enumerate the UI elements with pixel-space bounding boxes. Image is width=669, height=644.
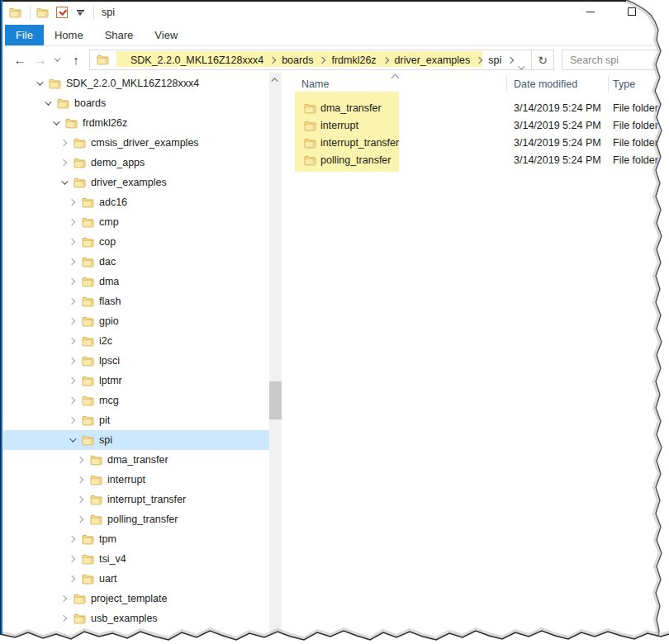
- tab-file[interactable]: File: [5, 25, 44, 45]
- tree-item[interactable]: driver_examples: [3, 173, 269, 192]
- tree-expander-chevron-icon[interactable]: [73, 472, 88, 487]
- tree-item[interactable]: cmsis_driver_examples: [3, 133, 269, 153]
- tree-expander-chevron-icon[interactable]: [64, 195, 79, 210]
- refresh-button[interactable]: ↻: [532, 50, 554, 70]
- scroll-up-arrow-icon[interactable]: [269, 74, 282, 86]
- tree-item[interactable]: cop: [3, 232, 269, 252]
- tree-expander-chevron-icon[interactable]: [64, 334, 79, 348]
- tree-item[interactable]: lptmr: [3, 371, 269, 391]
- tree-item[interactable]: polling_transfer: [3, 509, 269, 529]
- window-left-accent-border: [1, 0, 2, 634]
- breadcrumb-item[interactable]: SDK_2.2.0_MKL16Z128xxx4: [130, 54, 263, 66]
- forward-button[interactable]: →: [31, 50, 50, 69]
- breadcrumb-item[interactable]: driver_examples: [395, 54, 471, 66]
- maximize-button[interactable]: [618, 0, 646, 23]
- tree-item-label: interrupt_transfer: [107, 494, 186, 505]
- address-bar[interactable]: « SDK_2.2.0_MKL16Z128xxx4boardsfrdmkl26z…: [89, 50, 532, 70]
- tree-item[interactable]: uart: [3, 569, 269, 589]
- tree-item[interactable]: dac: [3, 252, 269, 272]
- breadcrumb-item[interactable]: frdmkl26z: [331, 54, 376, 66]
- tree-item[interactable]: tpm: [3, 529, 269, 549]
- tree-expander-chevron-icon[interactable]: [40, 96, 55, 111]
- tree-item[interactable]: gpio: [3, 311, 269, 331]
- tree-expander-chevron-icon[interactable]: [64, 314, 79, 329]
- tree-item[interactable]: dma_transfer: [3, 450, 269, 470]
- back-button[interactable]: ←: [10, 50, 30, 69]
- tree-item[interactable]: mcg: [3, 391, 269, 410]
- tree-expander-chevron-icon[interactable]: [56, 155, 71, 170]
- tree-expander-chevron-icon[interactable]: [56, 175, 71, 190]
- address-dropdown-chevron-icon[interactable]: [518, 59, 523, 73]
- tree-item[interactable]: project_template: [3, 589, 269, 608]
- folder-icon: [304, 154, 316, 167]
- tree-item[interactable]: frdmkl26z: [3, 113, 269, 133]
- file-list-row[interactable]: dma_transfer 3/14/2019 5:24 PM File fold…: [285, 100, 669, 117]
- column-separator[interactable]: [608, 76, 609, 92]
- tree-item[interactable]: interrupt_transfer: [3, 490, 269, 509]
- checkmark-icon: [56, 7, 68, 18]
- breadcrumb-item[interactable]: boards: [282, 54, 313, 66]
- file-list-row[interactable]: interrupt 3/14/2019 5:24 PM File folder: [285, 117, 669, 135]
- folder-icon: [82, 256, 94, 268]
- tree-item[interactable]: interrupt: [3, 470, 269, 490]
- tree-expander-chevron-icon[interactable]: [56, 611, 71, 626]
- tree-expander-chevron-icon[interactable]: [73, 492, 88, 507]
- tree-item[interactable]: boards: [3, 93, 269, 113]
- quick-access-folder-icon[interactable]: [35, 3, 53, 21]
- up-button[interactable]: ↑: [66, 50, 86, 69]
- tab-share[interactable]: Share: [94, 25, 145, 45]
- tree-expander-chevron-icon[interactable]: [64, 393, 79, 408]
- tree-expander-chevron-icon[interactable]: [64, 353, 79, 368]
- tree-item-label: tpm: [99, 533, 116, 545]
- tree-expander-chevron-icon[interactable]: [64, 552, 79, 566]
- tree-item[interactable]: adc16: [3, 192, 269, 212]
- tree-expander-chevron-icon[interactable]: [64, 254, 79, 269]
- tree-item[interactable]: cmp: [3, 212, 269, 232]
- tree-expander-chevron-icon[interactable]: [73, 452, 88, 467]
- minimize-button[interactable]: [576, 0, 605, 23]
- tree-expander-chevron-icon[interactable]: [64, 571, 79, 586]
- scrollbar-thumb[interactable]: [269, 381, 282, 419]
- tab-view[interactable]: View: [144, 25, 188, 45]
- tree-expander-chevron-icon[interactable]: [64, 294, 79, 309]
- tree-expander-chevron-icon[interactable]: [31, 76, 46, 91]
- tree-item[interactable]: spi: [3, 430, 269, 450]
- address-row: ← → ↑ « SDK_2.2.0_MKL16Z128xxx4boardsfrd…: [0, 47, 669, 73]
- folder-icon: [74, 177, 86, 189]
- tree-scrollbar[interactable]: [269, 73, 282, 636]
- tree-item[interactable]: SDK_2.2.0_MKL16Z128xxx4: [3, 73, 269, 93]
- tree-item[interactable]: usb_examples: [3, 608, 269, 628]
- recent-locations-dropdown[interactable]: [50, 50, 63, 69]
- tree-expander-chevron-icon[interactable]: [64, 274, 79, 289]
- quick-access-customize-button[interactable]: [71, 3, 89, 21]
- tree-expander-chevron-icon[interactable]: [64, 373, 79, 388]
- column-header-type[interactable]: Type: [613, 78, 635, 90]
- tree-expander-chevron-icon[interactable]: [73, 512, 88, 527]
- search-input[interactable]: [562, 54, 667, 66]
- column-header-name[interactable]: Name: [301, 78, 329, 90]
- breadcrumb-separator-icon[interactable]: [507, 56, 514, 63]
- tree-expander-chevron-icon[interactable]: [56, 591, 71, 606]
- tree-item[interactable]: i2c: [3, 331, 269, 351]
- tree-expander-chevron-icon[interactable]: [48, 116, 63, 130]
- tree-item[interactable]: flash: [3, 291, 269, 311]
- tree-item[interactable]: lpsci: [3, 351, 269, 371]
- file-list-row[interactable]: interrupt_transfer 3/14/2019 5:24 PM Fil…: [285, 135, 669, 152]
- tree-item[interactable]: dma: [3, 272, 269, 291]
- file-list-row[interactable]: polling_transfer 3/14/2019 5:24 PM File …: [285, 152, 669, 169]
- column-separator[interactable]: [506, 76, 507, 92]
- tree-item[interactable]: tsi_v4: [3, 549, 269, 569]
- tree-expander-chevron-icon[interactable]: [64, 532, 79, 547]
- tab-home[interactable]: Home: [44, 25, 94, 45]
- tree-item[interactable]: pit: [3, 410, 269, 430]
- column-header-date-modified[interactable]: Date modified: [514, 78, 577, 90]
- tree-expander-chevron-icon[interactable]: [56, 135, 71, 150]
- tree-expander-chevron-icon[interactable]: [64, 234, 79, 249]
- tree-expander-chevron-icon[interactable]: [64, 413, 79, 428]
- breadcrumb-item[interactable]: spi: [488, 54, 501, 66]
- tree-expander-chevron-icon[interactable]: [64, 433, 79, 447]
- tree-expander-chevron-icon[interactable]: [64, 215, 79, 230]
- tree-item[interactable]: demo_apps: [3, 153, 269, 173]
- tree-item-label: cmp: [99, 216, 119, 228]
- quick-access-properties-button[interactable]: [53, 3, 71, 21]
